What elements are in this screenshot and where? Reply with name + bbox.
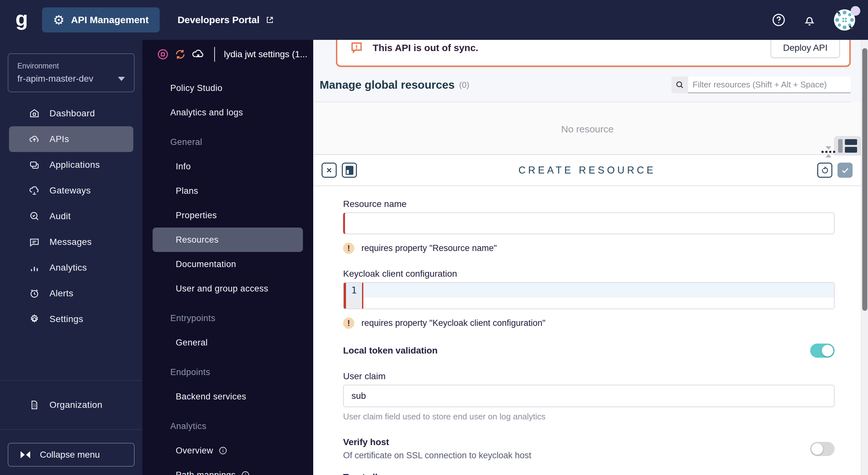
sidebar-item-label: Alerts <box>50 288 73 299</box>
help-button[interactable] <box>772 13 786 27</box>
settings-gear-icon <box>28 313 40 325</box>
keycloak-config-label: Keycloak client configuration <box>343 269 835 279</box>
sidebar-item-organization[interactable]: Organization <box>9 392 133 418</box>
sidebar-item-apis[interactable]: APIs <box>9 126 133 152</box>
sidebar-item-label: Applications <box>50 160 100 170</box>
main-sidebar: Environment fr-apim-master-dev Dashboard <box>0 40 142 475</box>
top-right-actions <box>772 9 856 31</box>
deploy-api-button[interactable]: Deploy API <box>771 40 840 58</box>
organization-icon <box>28 399 40 411</box>
sidebar-nav: Dashboard APIs Applications <box>0 100 142 332</box>
verify-host-toggle[interactable] <box>810 442 835 456</box>
api-menu-section-analytics: Analytics <box>153 414 303 438</box>
sidebar-item-messages[interactable]: Messages <box>9 229 133 255</box>
api-menu-properties[interactable]: Properties <box>153 203 303 228</box>
bar-chart-icon <box>28 262 40 273</box>
user-avatar[interactable] <box>833 9 856 31</box>
cloud-upload-icon <box>28 133 40 145</box>
close-icon[interactable]: × <box>321 162 337 178</box>
sidebar-item-settings[interactable]: Settings <box>9 306 133 332</box>
filter-box <box>672 77 851 93</box>
resources-header-row: Manage global resources (0) <box>313 72 868 97</box>
confirm-check-icon[interactable] <box>837 162 852 178</box>
collapse-menu-button[interactable]: Collapse menu <box>8 443 134 467</box>
home-icon <box>28 108 40 119</box>
portal-label: Developers Portal <box>178 14 259 25</box>
environment-label: Environment <box>17 62 125 70</box>
sidebar-item-gateways[interactable]: Gateways <box>9 178 133 203</box>
panel-title: CREATE RESOURCE <box>313 165 861 176</box>
api-menu-backend-services[interactable]: Backend services <box>153 384 303 409</box>
api-menu-entrypoints-general[interactable]: General <box>153 330 303 355</box>
sidebar-item-analytics[interactable]: Analytics <box>9 255 133 280</box>
warning-bubble-icon <box>349 40 364 55</box>
api-menu-documentation[interactable]: Documentation <box>153 252 303 276</box>
verify-host-row: Verify host Of certificate on SSL connec… <box>343 437 835 461</box>
dock-panel-icon[interactable] <box>342 162 357 178</box>
out-of-sync-banner: This API is out of sync. Deploy API <box>336 40 851 67</box>
filter-resources-input[interactable] <box>688 77 851 93</box>
api-sidebar: lydia jwt settings (1... Policy Studio A… <box>142 40 313 475</box>
panel-layout-icon[interactable] <box>834 136 861 155</box>
local-token-label: Local token validation <box>343 346 437 356</box>
api-menu-plans[interactable]: Plans <box>153 179 303 203</box>
resource-name-input[interactable] <box>343 212 835 234</box>
banner-message: This API is out of sync. <box>373 42 478 53</box>
main-scrollbar[interactable] <box>861 40 868 475</box>
gear-icon: ⚙ <box>53 13 65 26</box>
api-menu-section-entrypoints: Entrypoints <box>153 306 303 330</box>
developers-portal-link[interactable]: Developers Portal <box>178 14 274 25</box>
gravitee-logo[interactable]: g <box>16 8 28 29</box>
product-label: API Management <box>71 14 149 25</box>
api-menu-overview[interactable]: Overview <box>153 438 303 463</box>
sidebar-item-label: APIs <box>50 134 69 144</box>
api-menu-list: Policy Studio Analytics and logs General… <box>142 76 313 475</box>
keycloak-config-error: ! requires property "Keycloak client con… <box>343 318 835 329</box>
api-menu-resources[interactable]: Resources <box>153 228 303 252</box>
editor-content[interactable] <box>363 283 834 308</box>
environment-selector[interactable]: Environment fr-apim-master-dev <box>8 53 134 92</box>
sidebar-item-dashboard[interactable]: Dashboard <box>9 100 133 126</box>
api-menu-info[interactable]: Info <box>153 154 303 179</box>
sidebar-item-label: Gateways <box>50 185 91 196</box>
api-menu-user-group-access[interactable]: User and group access <box>153 276 303 301</box>
resource-count: (0) <box>459 80 469 90</box>
error-exclamation-icon: ! <box>343 243 354 254</box>
notifications-bell-button[interactable] <box>803 13 816 27</box>
sidebar-item-alerts[interactable]: Alerts <box>9 280 133 306</box>
avatar-status-badge <box>851 6 860 16</box>
top-bar: g ⚙ API Management Developers Portal <box>0 0 868 40</box>
stop-circle-icon[interactable] <box>156 48 169 61</box>
error-exclamation-icon: ! <box>343 318 354 329</box>
user-claim-input[interactable] <box>343 385 835 407</box>
sidebar-item-label: Messages <box>50 237 92 247</box>
api-menu-policy-studio[interactable]: Policy Studio <box>153 76 303 100</box>
applications-icon <box>28 159 40 171</box>
scrollbar-thumb[interactable] <box>862 48 867 311</box>
collapse-icon <box>21 451 30 458</box>
sidebar-item-audit[interactable]: Audit <box>9 203 133 229</box>
cloud-error-icon[interactable] <box>191 47 205 61</box>
api-header: lydia jwt settings (1... <box>142 40 313 62</box>
chat-icon <box>28 236 40 248</box>
api-menu-analytics-logs[interactable]: Analytics and logs <box>153 100 303 125</box>
search-check-icon <box>28 210 40 222</box>
api-menu-path-mappings[interactable]: Path mappings <box>153 463 303 475</box>
sync-icon[interactable] <box>174 48 187 61</box>
api-management-button[interactable]: ⚙ API Management <box>42 7 160 32</box>
info-icon <box>241 471 250 475</box>
reset-icon[interactable] <box>817 162 832 178</box>
sidebar-item-applications[interactable]: Applications <box>9 152 133 178</box>
local-token-row: Local token validation <box>343 344 835 358</box>
trust-all-row: Trust all Trust all certificates, includ… <box>343 472 835 475</box>
keycloak-config-editor[interactable]: 1 <box>343 282 835 309</box>
local-token-toggle[interactable] <box>810 344 835 358</box>
panel-header: × CREATE RESOURCE <box>313 155 861 186</box>
editor-gutter: 1 <box>346 283 362 308</box>
api-title: lydia jwt settings (1... <box>224 49 307 59</box>
resource-name-error: ! requires property "Resource name" <box>343 243 835 254</box>
line-number: 1 <box>346 283 362 298</box>
main-content: This API is out of sync. Deploy API Mana… <box>313 40 868 475</box>
trust-all-label: Trust all <box>343 472 522 475</box>
resource-name-label: Resource name <box>343 199 835 209</box>
